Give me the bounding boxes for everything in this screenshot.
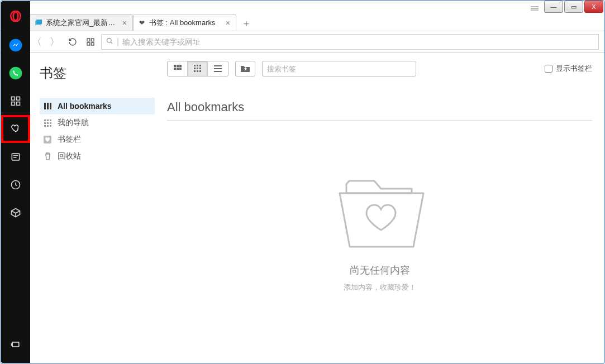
nav-bookmarks-bar[interactable]: 书签栏 bbox=[40, 131, 155, 148]
bars-icon bbox=[43, 102, 52, 110]
bookmarks-main: 显示书签栏 All bookmarks 尚无任何内容 添加内容，收藏珍爱！ bbox=[155, 53, 604, 363]
view-small-grid-button[interactable] bbox=[188, 61, 208, 76]
svg-rect-29 bbox=[47, 119, 49, 121]
svg-rect-49 bbox=[199, 68, 201, 69]
svg-rect-38 bbox=[174, 65, 176, 67]
svg-rect-21 bbox=[87, 42, 90, 45]
nav-trash[interactable]: 回收站 bbox=[40, 148, 155, 165]
messenger-icon[interactable] bbox=[1, 31, 30, 59]
show-bookmarks-bar-toggle[interactable]: 显示书签栏 bbox=[545, 64, 592, 74]
svg-rect-12 bbox=[12, 342, 19, 347]
minimize-button[interactable]: — bbox=[544, 1, 563, 13]
svg-rect-48 bbox=[197, 68, 198, 69]
svg-rect-39 bbox=[177, 65, 179, 67]
show-bookmarks-bar-checkbox[interactable] bbox=[545, 65, 552, 73]
svg-rect-22 bbox=[91, 42, 94, 45]
svg-point-3 bbox=[9, 67, 22, 80]
svg-rect-26 bbox=[47, 103, 49, 109]
tab-close-icon[interactable]: × bbox=[226, 18, 230, 27]
svg-rect-52 bbox=[199, 70, 201, 72]
svg-rect-36 bbox=[50, 125, 51, 127]
nav-all-bookmarks[interactable]: All bookmarks bbox=[40, 98, 155, 114]
close-button[interactable]: X bbox=[584, 1, 603, 13]
back-button[interactable]: 〈 bbox=[30, 35, 44, 49]
tab-title: 书签 : All bookmarks bbox=[149, 18, 222, 28]
speed-dial-icon[interactable] bbox=[1, 87, 30, 115]
svg-rect-20 bbox=[91, 39, 94, 41]
empty-subtitle: 添加内容，收藏珍爱！ bbox=[344, 282, 416, 293]
personal-news-icon[interactable] bbox=[1, 143, 30, 171]
search-icon bbox=[106, 37, 113, 46]
svg-rect-31 bbox=[44, 122, 46, 124]
nav-toolbar: 〈 〉 | bbox=[1, 31, 604, 53]
nav-label: 回收站 bbox=[58, 151, 81, 161]
add-folder-button[interactable] bbox=[235, 61, 255, 76]
nav-speed-dial[interactable]: 我的导航 bbox=[40, 114, 155, 131]
reload-button[interactable] bbox=[65, 35, 80, 49]
tab-title: 系统之家官网_最新Ghost bbox=[46, 18, 119, 28]
svg-point-23 bbox=[107, 39, 112, 43]
svg-rect-50 bbox=[194, 70, 196, 72]
tab-close-icon[interactable]: × bbox=[122, 18, 127, 27]
nav-label: 我的导航 bbox=[58, 118, 89, 128]
svg-rect-30 bbox=[50, 119, 51, 121]
svg-rect-57 bbox=[245, 68, 246, 70]
svg-rect-47 bbox=[194, 68, 196, 69]
forward-button[interactable]: 〉 bbox=[47, 35, 62, 49]
svg-rect-6 bbox=[12, 102, 15, 106]
svg-line-24 bbox=[111, 42, 112, 44]
extensions-icon[interactable] bbox=[1, 199, 30, 227]
heart-box-icon bbox=[43, 136, 52, 143]
svg-rect-33 bbox=[50, 122, 51, 124]
svg-rect-41 bbox=[174, 68, 176, 70]
window-controls-extra bbox=[527, 2, 543, 13]
trash-icon bbox=[43, 152, 52, 160]
svg-rect-25 bbox=[44, 103, 46, 109]
view-list-button[interactable] bbox=[208, 61, 228, 76]
svg-rect-44 bbox=[194, 65, 196, 66]
address-bar[interactable]: | bbox=[101, 34, 599, 50]
new-tab-button[interactable]: + bbox=[240, 17, 253, 31]
svg-rect-5 bbox=[17, 97, 20, 100]
bookmarks-search-input[interactable] bbox=[267, 61, 411, 76]
svg-rect-34 bbox=[44, 125, 46, 127]
bookmarks-search[interactable] bbox=[262, 61, 416, 76]
window-controls: — ▭ X bbox=[544, 1, 604, 13]
svg-rect-51 bbox=[197, 70, 198, 72]
page-title: 书签 bbox=[40, 64, 155, 82]
view-large-grid-button[interactable] bbox=[168, 61, 188, 76]
view-switcher bbox=[167, 61, 228, 76]
browser-window: — ▭ X 系统之家官网_最新Ghost × ❤ 书签 : All bookma… bbox=[0, 0, 605, 364]
address-input[interactable] bbox=[122, 37, 594, 46]
svg-rect-19 bbox=[87, 39, 90, 41]
svg-rect-13 bbox=[12, 343, 13, 345]
svg-rect-42 bbox=[177, 68, 179, 70]
svg-rect-46 bbox=[199, 65, 201, 66]
svg-rect-27 bbox=[50, 103, 51, 109]
svg-rect-40 bbox=[179, 65, 182, 67]
whatsapp-icon[interactable] bbox=[1, 59, 30, 87]
svg-rect-28 bbox=[44, 119, 46, 121]
speed-dial-button[interactable] bbox=[83, 35, 98, 49]
content-heading: All bookmarks bbox=[167, 100, 592, 114]
svg-rect-18 bbox=[36, 20, 42, 24]
bookmarks-sidebar: 书签 All bookmarks 我的导航 书签栏 bbox=[30, 53, 155, 363]
bookmarks-nav: All bookmarks 我的导航 书签栏 回收站 bbox=[40, 98, 155, 165]
nav-label: All bookmarks bbox=[58, 102, 111, 111]
history-icon[interactable] bbox=[1, 171, 30, 199]
maximize-button[interactable]: ▭ bbox=[564, 1, 583, 13]
tab-favicon-icon bbox=[35, 19, 42, 27]
page-body: 书签 All bookmarks 我的导航 书签栏 bbox=[1, 53, 604, 363]
tab-favicon-heart-icon: ❤ bbox=[138, 19, 146, 27]
sidebar-settings-icon[interactable] bbox=[1, 331, 30, 358]
bookmarks-heart-icon[interactable] bbox=[1, 115, 30, 143]
tab-0[interactable]: 系统之家官网_最新Ghost × bbox=[30, 14, 133, 31]
svg-rect-32 bbox=[47, 122, 49, 124]
left-sidebar bbox=[1, 1, 30, 363]
window-menu-icon[interactable] bbox=[527, 4, 542, 13]
tab-strip: 系统之家官网_最新Ghost × ❤ 书签 : All bookmarks × … bbox=[1, 14, 604, 31]
empty-state: 尚无任何内容 添加内容，收藏珍爱！ bbox=[167, 121, 592, 363]
tab-1[interactable]: ❤ 书签 : All bookmarks × bbox=[133, 14, 236, 31]
bookmarks-toolbar: 显示书签栏 bbox=[167, 61, 592, 76]
address-divider: | bbox=[117, 37, 119, 47]
